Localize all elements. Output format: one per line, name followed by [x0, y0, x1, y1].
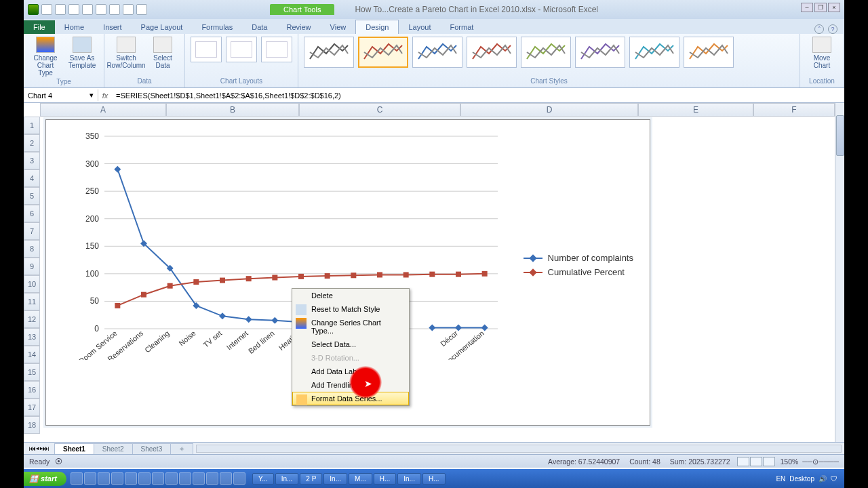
chart-style-8[interactable]: [684, 37, 734, 68]
chart-layout-2[interactable]: [226, 37, 257, 62]
ql-icon[interactable]: [98, 472, 110, 485]
row-header-4[interactable]: 4: [24, 169, 40, 187]
task-button[interactable]: Y...: [252, 473, 274, 485]
minimize-button[interactable]: –: [801, 3, 813, 12]
save-icon[interactable]: [41, 4, 52, 15]
tab-format[interactable]: Format: [440, 20, 483, 34]
row-header-11[interactable]: 11: [24, 293, 40, 310]
ctx-reset-to-match-style[interactable]: Reset to Match Style: [292, 302, 409, 316]
sheet-tab-1[interactable]: Sheet1: [54, 443, 94, 454]
legend-entry-complaints[interactable]: Number of complaints: [524, 253, 633, 263]
row-header-5[interactable]: 5: [24, 187, 40, 205]
new-icon[interactable]: [82, 4, 93, 15]
col-header-C[interactable]: C: [299, 103, 460, 117]
chart-style-7[interactable]: [629, 37, 679, 68]
qat-more-icon[interactable]: [136, 4, 147, 15]
change-chart-type-button[interactable]: Change Chart Type: [29, 37, 62, 77]
view-normal-icon[interactable]: [737, 457, 749, 466]
task-button[interactable]: In...: [275, 473, 299, 485]
row-header-1[interactable]: 1: [24, 117, 40, 134]
row-header-6[interactable]: 6: [24, 205, 40, 222]
row-header-9[interactable]: 9: [24, 258, 40, 275]
cells-area[interactable]: 050100150200250300350Room ServiceReserva…: [40, 117, 835, 442]
sheet-tab-3[interactable]: Sheet3: [132, 443, 172, 454]
ctx-delete[interactable]: Delete: [292, 289, 409, 302]
tab-view[interactable]: View: [321, 20, 356, 34]
horizontal-scrollbar[interactable]: [196, 445, 842, 453]
ql-icon[interactable]: [125, 472, 137, 485]
chart-layout-1[interactable]: [191, 37, 222, 62]
chevron-down-icon[interactable]: ▾: [90, 91, 94, 100]
chart-plot-area[interactable]: 050100150200250300350Room ServiceReserva…: [71, 129, 505, 360]
row-header-14[interactable]: 14: [24, 346, 40, 363]
task-button[interactable]: 2 P: [300, 473, 322, 485]
row-header-17[interactable]: 17: [24, 399, 40, 416]
embedded-chart[interactable]: 050100150200250300350Room ServiceReserva…: [45, 119, 650, 426]
tab-data[interactable]: Data: [242, 20, 277, 34]
macro-record-icon[interactable]: ⦿: [55, 458, 62, 466]
ql-icon[interactable]: [138, 472, 151, 485]
select-data-button[interactable]: Select Data: [146, 37, 179, 69]
row-header-13[interactable]: 13: [24, 328, 40, 346]
move-chart-button[interactable]: Move Chart: [806, 37, 838, 69]
ctx-add-data-labels[interactable]: Add Data Labels: [292, 365, 409, 378]
ctx-select-data[interactable]: Select Data...: [292, 338, 409, 351]
sheet-nav-icons[interactable]: ⏮◀▶⏭: [24, 445, 55, 452]
ql-icon[interactable]: [71, 472, 83, 485]
view-buttons[interactable]: [737, 457, 775, 466]
start-button[interactable]: 🪟 start: [24, 472, 66, 486]
print-icon[interactable]: [109, 4, 120, 15]
fx-icon[interactable]: fx: [98, 92, 112, 100]
col-header-E[interactable]: E: [638, 103, 753, 117]
zoom-level[interactable]: 150%: [781, 458, 799, 466]
name-box[interactable]: Chart 4▾: [24, 89, 98, 101]
tab-layout[interactable]: Layout: [399, 20, 440, 34]
task-button[interactable]: M...: [349, 473, 372, 485]
system-tray[interactable]: ENDesktop🔊🛡: [776, 475, 844, 483]
ribbon-minimize-icon[interactable]: ˄: [814, 24, 824, 34]
maximize-button[interactable]: ❐: [814, 3, 827, 12]
row-header-8[interactable]: 8: [24, 240, 40, 258]
ql-icon[interactable]: [206, 472, 218, 485]
worksheet-grid[interactable]: ABCDEF 123456789101112131415161718 05010…: [24, 103, 844, 442]
formula-input[interactable]: =SERIES(Sheet1!$D$1,Sheet1!$A$2:$A$16,Sh…: [112, 90, 844, 101]
row-header-15[interactable]: 15: [24, 363, 40, 381]
tab-design[interactable]: Design: [355, 20, 399, 34]
col-header-B[interactable]: B: [166, 103, 299, 117]
chart-style-3[interactable]: [412, 37, 462, 68]
tab-home[interactable]: Home: [55, 20, 94, 34]
col-header-D[interactable]: D: [460, 103, 638, 117]
close-button[interactable]: ×: [828, 3, 840, 12]
redo-icon[interactable]: [68, 4, 79, 15]
context-menu[interactable]: DeleteReset to Match StyleChange Series …: [292, 288, 410, 406]
row-header-2[interactable]: 2: [24, 134, 40, 152]
task-button[interactable]: H...: [374, 473, 397, 485]
col-header-F[interactable]: F: [753, 103, 835, 117]
chart-style-1[interactable]: [304, 37, 354, 68]
save-as-template-button[interactable]: Save As Template: [66, 37, 98, 77]
ql-icon[interactable]: [193, 472, 205, 485]
ctx-add-trendline[interactable]: Add Trendline...: [292, 378, 409, 392]
app-icon[interactable]: [28, 4, 39, 15]
view-page-layout-icon[interactable]: [750, 457, 762, 466]
chart-style-5[interactable]: [521, 37, 571, 68]
ql-icon[interactable]: [179, 472, 191, 485]
tab-page-layout[interactable]: Page Layout: [132, 20, 193, 34]
ctx-format-data-series[interactable]: Format Data Series...: [292, 392, 409, 405]
switch-row-col-button[interactable]: Switch Row/Column: [110, 37, 142, 69]
row-header-18[interactable]: 18: [24, 416, 40, 434]
ql-icon[interactable]: [233, 472, 245, 485]
sheet-tab-2[interactable]: Sheet2: [94, 443, 133, 454]
ctx-change-series-chart-type[interactable]: Change Series Chart Type...: [292, 316, 409, 338]
tab-formulas[interactable]: Formulas: [192, 20, 242, 34]
row-header-12[interactable]: 12: [24, 310, 40, 328]
ql-icon[interactable]: [220, 472, 232, 485]
help-icon[interactable]: ?: [828, 24, 837, 34]
ql-icon[interactable]: [165, 472, 178, 485]
row-header-3[interactable]: 3: [24, 152, 40, 169]
row-header-16[interactable]: 16: [24, 381, 40, 399]
new-sheet-button[interactable]: ✧: [170, 443, 193, 454]
ql-icon[interactable]: [84, 472, 96, 485]
row-header-7[interactable]: 7: [24, 222, 40, 240]
legend-entry-cumulative[interactable]: Cumulative Percent: [524, 267, 633, 277]
